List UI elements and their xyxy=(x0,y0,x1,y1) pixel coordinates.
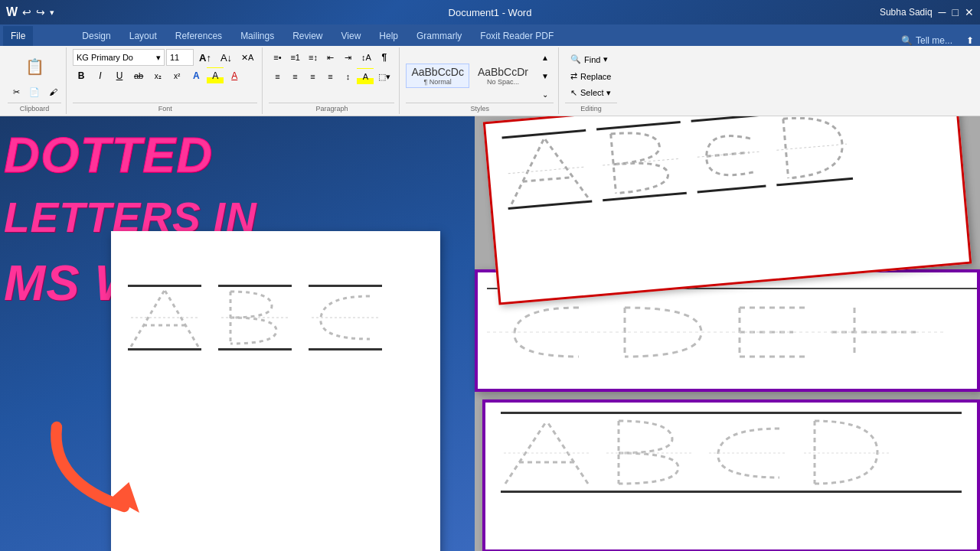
styles-scroll-up[interactable]: ▲ xyxy=(537,49,554,66)
subscript-button[interactable]: x₂ xyxy=(149,67,166,84)
preview-top-B xyxy=(596,121,687,201)
ribbon: File Home Design Layout References Maili… xyxy=(0,24,980,116)
tab-references[interactable]: References xyxy=(166,26,231,46)
superscript-button[interactable]: x² xyxy=(168,67,185,84)
para-row-2: ≡ ≡ ≡ ≡ ↕ A ⬚▾ xyxy=(269,68,394,85)
font-name-selector[interactable]: KG Primary Do ▾ xyxy=(73,49,165,66)
undo-icon[interactable]: ↩ xyxy=(22,6,31,18)
tab-grammarly[interactable]: Grammarly xyxy=(407,26,471,46)
font-group: KG Primary Do ▾ 11 A↑ A↓ ✕A B I U ab x₂ xyxy=(68,47,263,114)
line-bottom-B xyxy=(218,348,292,350)
select-button[interactable]: ↖ Select ▾ xyxy=(565,86,616,100)
quick-access-more[interactable]: ▾ xyxy=(50,8,54,18)
svg-line-10 xyxy=(523,177,573,181)
tab-mailings[interactable]: Mailings xyxy=(231,26,283,46)
tab-design[interactable]: Design xyxy=(73,26,119,46)
dotted-letter-A xyxy=(128,287,201,348)
main-content: DOTTED LETTERS IN MS WORD xyxy=(0,116,980,551)
line-bottom-A xyxy=(128,348,201,350)
paragraph-group-label: Paragraph xyxy=(269,103,394,112)
borders-button[interactable]: ⬚▾ xyxy=(374,68,394,85)
svg-line-11 xyxy=(508,167,586,174)
maximize-icon[interactable]: □ xyxy=(952,6,959,18)
preview-top-A xyxy=(501,129,592,210)
strikethrough-button[interactable]: ab xyxy=(130,67,147,84)
svg-line-26 xyxy=(505,421,547,484)
select-cursor-icon: ↖ xyxy=(570,88,577,98)
style-nospace[interactable]: AaBbCcDr No Spac... xyxy=(472,64,534,88)
redo-icon[interactable]: ↪ xyxy=(36,6,45,18)
increase-indent-button[interactable]: ⇥ xyxy=(340,49,357,66)
show-formatting-button[interactable]: ¶ xyxy=(376,49,393,66)
cut-button[interactable]: ✂ xyxy=(8,83,24,100)
preview-svg-A xyxy=(502,132,592,207)
line-spacing-button[interactable]: ↕ xyxy=(339,68,356,85)
font-size-selector[interactable]: 11 xyxy=(166,49,194,66)
doc-letters-container xyxy=(111,231,440,358)
styles-expand[interactable]: ⌄ xyxy=(537,86,554,103)
font-format-row: B I U ab x₂ x² A A A xyxy=(73,67,257,84)
style-normal-preview: AaBbCcDc xyxy=(411,66,463,78)
sort-button[interactable]: ↕A xyxy=(358,49,375,66)
copy-button[interactable]: 📄 xyxy=(25,83,44,100)
share-icon[interactable]: ⬆ xyxy=(960,35,980,46)
clipboard-label: Clipboard xyxy=(8,103,61,112)
underline-button[interactable]: U xyxy=(111,67,128,84)
clipboard-group: 📋 ✂ 📄 🖌 Clipboard xyxy=(3,47,67,114)
decrease-indent-button[interactable]: ⇤ xyxy=(322,49,339,66)
title-bar: W ↩ ↪ ▾ Document1 - Word Subha Sadiq ─ □… xyxy=(0,0,980,24)
styles-scroll-down[interactable]: ▼ xyxy=(537,67,554,84)
tab-view[interactable]: View xyxy=(332,26,371,46)
decrease-font-button[interactable]: A↓ xyxy=(217,49,236,66)
pointing-arrow xyxy=(31,409,168,531)
minimize-icon[interactable]: ─ xyxy=(939,6,946,18)
tab-file[interactable]: File xyxy=(3,26,33,46)
font-name-value: KG Primary Do xyxy=(77,53,133,62)
dotted-letter-C xyxy=(309,287,382,348)
doc-letters-row xyxy=(126,285,425,350)
find-button[interactable]: 🔍 Find ▾ xyxy=(565,52,616,67)
dotted-letter-B xyxy=(218,287,292,348)
tab-review[interactable]: Review xyxy=(283,26,332,46)
text-effects-button[interactable]: A xyxy=(188,67,204,84)
word-logo-icon: W xyxy=(6,5,18,19)
numbering-button[interactable]: ≡1 xyxy=(286,49,304,66)
format-painter-button[interactable]: 🖌 xyxy=(44,83,61,100)
search-icon[interactable]: 🔍 xyxy=(901,35,913,46)
tab-help[interactable]: Help xyxy=(370,26,407,46)
replace-button[interactable]: ⇄ Replace xyxy=(565,69,616,83)
shading-button[interactable]: A xyxy=(357,68,374,85)
clear-format-button[interactable]: ✕A xyxy=(237,49,257,66)
bold-button[interactable]: B xyxy=(73,67,90,84)
style-normal[interactable]: AaBbCcDc ¶ Normal xyxy=(406,64,469,88)
svg-line-0 xyxy=(131,290,165,347)
document-title: Document1 - Word xyxy=(449,7,532,18)
align-left-button[interactable]: ≡ xyxy=(269,68,286,85)
text-highlight-button[interactable]: A xyxy=(207,67,224,84)
titlebar-left: W ↩ ↪ ▾ xyxy=(6,5,54,19)
font-size-value: 11 xyxy=(170,53,179,62)
justify-button[interactable]: ≡ xyxy=(322,68,338,85)
doc-preview-bottom xyxy=(482,399,980,551)
right-panel xyxy=(475,116,980,551)
increase-font-button[interactable]: A↑ xyxy=(195,49,215,66)
replace-label: Replace xyxy=(580,72,611,81)
ribbon-tabs: File Home Design Layout References Maili… xyxy=(0,24,980,46)
styles-group: AaBbCcDc ¶ Normal AaBbCcDr No Spac... ▲ … xyxy=(401,47,559,114)
italic-button[interactable]: I xyxy=(92,67,109,84)
font-color-button[interactable]: A xyxy=(226,67,243,84)
svg-line-27 xyxy=(547,421,588,484)
close-icon[interactable]: ✕ xyxy=(965,6,974,18)
bullets-button[interactable]: ≡• xyxy=(269,49,286,66)
find-label: Find xyxy=(584,55,600,64)
paste-button[interactable]: 📋 xyxy=(21,51,48,82)
font-group-label: Font xyxy=(73,103,257,112)
style-nospace-preview: AaBbCcDr xyxy=(478,66,528,78)
tab-foxit[interactable]: Foxit Reader PDF xyxy=(471,26,563,46)
align-right-button[interactable]: ≡ xyxy=(304,68,321,85)
multilevel-button[interactable]: ≡↕ xyxy=(305,49,322,66)
paragraph-group: ≡• ≡1 ≡↕ ⇤ ⇥ ↕A ¶ ≡ ≡ ≡ ≡ ↕ A ⬚▾ xyxy=(264,47,400,114)
align-center-button[interactable]: ≡ xyxy=(286,68,303,85)
tab-layout[interactable]: Layout xyxy=(120,26,166,46)
username: Subha Sadiq xyxy=(880,7,933,18)
